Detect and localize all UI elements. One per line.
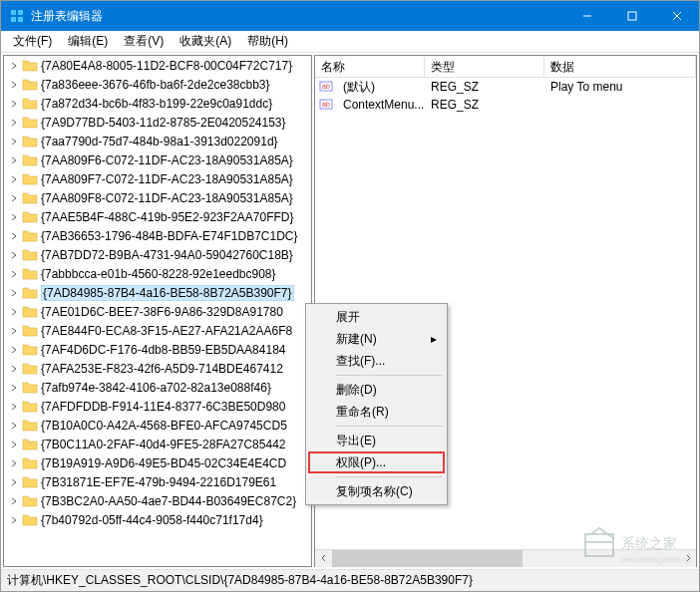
maximize-button[interactable] [609, 1, 654, 31]
expand-icon[interactable] [8, 287, 20, 299]
tree-item[interactable]: {7a836eee-3676-46fb-ba6f-2de2ce38cbb3} [4, 75, 311, 94]
cm-rename[interactable]: 重命名(R) [308, 401, 445, 423]
list-row[interactable]: abContextMenu...REG_SZ [315, 96, 696, 114]
tree-item-label: {7B19A919-A9D6-49E5-BD45-02C34E4E4CD [41, 456, 286, 470]
tree-item[interactable]: {7AA809F7-C072-11DF-AC23-18A90531A85A} [4, 169, 311, 188]
expand-icon[interactable] [8, 514, 20, 526]
folder-icon [22, 362, 38, 376]
folder-icon [22, 191, 38, 205]
expand-icon[interactable] [8, 401, 20, 413]
scroll-left-button[interactable] [315, 550, 332, 567]
expand-icon[interactable] [8, 382, 20, 394]
expand-icon[interactable] [8, 136, 20, 148]
tree-item-label: {7AA809F7-C072-11DF-AC23-18A90531A85A} [41, 172, 293, 186]
cm-new[interactable]: 新建(N)▸ [308, 328, 445, 350]
expand-icon[interactable] [8, 173, 20, 185]
cm-separator [336, 476, 443, 477]
expand-icon[interactable] [8, 60, 20, 72]
folder-icon [22, 324, 38, 338]
close-button[interactable] [654, 1, 699, 31]
folder-icon [22, 229, 38, 243]
folder-icon [22, 116, 38, 130]
tree-item[interactable]: {7AA809F6-C072-11DF-AC23-18A90531A85A} [4, 150, 311, 169]
expand-icon[interactable] [8, 306, 20, 318]
list-scrollbar-horizontal[interactable] [315, 549, 696, 566]
cm-export[interactable]: 导出(E) [308, 430, 445, 451]
tree-item[interactable]: {7AD84985-87B4-4a16-BE58-8B72A5B390F7} [4, 283, 311, 302]
expand-icon[interactable] [8, 495, 20, 507]
expand-icon[interactable] [8, 117, 20, 129]
cm-find[interactable]: 查找(F)... [308, 350, 445, 372]
tree-item[interactable]: {7B3BC2A0-AA50-4ae7-BD44-B03649EC87C2} [4, 491, 311, 510]
folder-icon [22, 438, 38, 451]
tree-item[interactable]: {7B10A0C0-A42A-4568-BFE0-AFCA9745CD5 [4, 416, 311, 435]
tree-item-label: {7a836eee-3676-46fb-ba6f-2de2ce38cbb3} [41, 78, 270, 92]
cm-expand[interactable]: 展开 [308, 306, 445, 328]
cm-permissions[interactable]: 权限(P)... [308, 451, 445, 473]
cell-name: (默认) [337, 79, 425, 96]
expand-icon[interactable] [8, 325, 20, 337]
expand-icon[interactable] [8, 476, 20, 488]
expand-icon[interactable] [8, 344, 20, 356]
scroll-right-button[interactable] [679, 550, 696, 567]
window-title: 注册表编辑器 [31, 8, 564, 25]
tree-item[interactable]: {7AB7DD72-B9BA-4731-94A0-59042760C18B} [4, 245, 311, 264]
scroll-track[interactable] [332, 550, 679, 567]
tree-item[interactable]: {7afb974e-3842-4106-a702-82a13e088f46} [4, 378, 311, 397]
tree-item[interactable]: {7AF4D6DC-F176-4db8-BB59-EB5DAA84184 [4, 340, 311, 359]
expand-icon[interactable] [8, 457, 20, 469]
tree-scroll[interactable]: {7A80E4A8-8005-11D2-BCF8-00C04F72C717}{7… [4, 56, 311, 566]
menu-help[interactable]: 帮助(H) [239, 31, 296, 52]
menu-edit[interactable]: 编辑(E) [60, 31, 116, 52]
expand-icon[interactable] [8, 230, 20, 242]
tree-item[interactable]: {7aa7790d-75d7-484b-98a1-3913d022091d} [4, 132, 311, 150]
tree-item[interactable]: {7A80E4A8-8005-11D2-BCF8-00C04F72C717} [4, 56, 311, 75]
expand-icon[interactable] [8, 420, 20, 432]
tree-item[interactable]: {7B31871E-EF7E-479b-9494-2216D179E61 [4, 472, 311, 491]
expand-icon[interactable] [8, 79, 20, 91]
expand-icon[interactable] [8, 439, 20, 450]
list-row[interactable]: ab(默认)REG_SZPlay To menu [315, 78, 696, 96]
expand-icon[interactable] [8, 363, 20, 375]
scroll-left-button[interactable] [4, 567, 21, 568]
tree-item[interactable]: {7AE01D6C-BEE7-38F6-9A86-329D8A91780 [4, 302, 311, 321]
tree-item[interactable]: {7A9D77BD-5403-11d2-8785-2E0420524153} [4, 113, 311, 132]
col-name[interactable]: 名称 [315, 56, 425, 77]
tree-item-label: {7afb974e-3842-4106-a702-82a13e088f46} [41, 381, 271, 395]
cell-data: Play To menu [544, 80, 696, 94]
tree-item[interactable]: {7AE844F0-ECA8-3F15-AE27-AFA21A2AA6F8 [4, 321, 311, 340]
tree-item[interactable]: {7a872d34-bc6b-4f83-b199-22e9c0a91ddc} [4, 94, 311, 113]
scroll-thumb[interactable] [21, 567, 239, 568]
tree-item[interactable]: {7B0C11A0-2FAF-40d4-9FE5-28FA27C85442 [4, 435, 311, 453]
folder-icon [22, 153, 38, 167]
scroll-track[interactable] [21, 567, 294, 568]
tree-item[interactable]: {7AAE5B4F-488C-419b-95E2-923F2AA70FFD} [4, 207, 311, 226]
scroll-thumb[interactable] [332, 550, 523, 567]
expand-icon[interactable] [8, 154, 20, 166]
minimize-button[interactable] [564, 1, 609, 31]
expand-icon[interactable] [8, 249, 20, 261]
tree-item[interactable]: {7AA809F8-C072-11DF-AC23-18A90531A85A} [4, 188, 311, 207]
svg-text:ab: ab [322, 101, 330, 108]
menu-favorites[interactable]: 收藏夹(A) [172, 31, 239, 52]
tree-item[interactable]: {7B19A919-A9D6-49E5-BD45-02C34E4E4CD [4, 453, 311, 472]
cm-copy-key-name[interactable]: 复制项名称(C) [308, 480, 445, 502]
tree-scrollbar-horizontal[interactable] [4, 566, 311, 567]
tree-item[interactable]: {7AB36653-1796-484B-BDFA-E74F1DB7C1DC} [4, 226, 311, 245]
tree-item[interactable]: {7b40792d-05ff-44c4-9058-f440c71f17d4} [4, 510, 311, 529]
svg-rect-0 [11, 10, 16, 15]
tree-item[interactable]: {7AFA253E-F823-42f6-A5D9-714BDE467412 [4, 359, 311, 378]
col-type[interactable]: 类型 [425, 56, 544, 77]
cm-delete[interactable]: 删除(D) [308, 379, 445, 401]
expand-icon[interactable] [8, 192, 20, 204]
menu-file[interactable]: 文件(F) [5, 31, 60, 52]
menu-view[interactable]: 查看(V) [116, 31, 172, 52]
expand-icon[interactable] [8, 268, 20, 280]
scroll-right-button[interactable] [294, 567, 311, 568]
cell-name: ContextMenu... [337, 98, 425, 112]
expand-icon[interactable] [8, 211, 20, 223]
col-data[interactable]: 数据 [544, 56, 696, 77]
tree-item[interactable]: {7abbbcca-e01b-4560-8228-92e1eedbc908} [4, 264, 311, 283]
tree-item[interactable]: {7AFDFDDB-F914-11E4-8377-6C3BE50D980 [4, 397, 311, 416]
expand-icon[interactable] [8, 98, 20, 110]
